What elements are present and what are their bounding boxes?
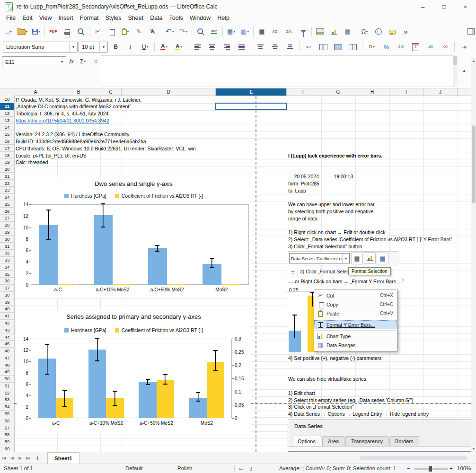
select-all-corner[interactable] <box>0 88 15 96</box>
row-header-33[interactable]: 33 <box>0 257 14 264</box>
row-header-46[interactable]: 46 <box>0 348 14 355</box>
chevron-down-icon[interactable]: ▼ <box>58 57 66 67</box>
menu-data[interactable]: Data <box>147 14 166 22</box>
chevron-down-icon[interactable]: ▼ <box>69 42 77 52</box>
row-header-48[interactable]: 48 <box>0 361 14 368</box>
cut-button[interactable]: ✂ <box>91 25 105 38</box>
row-header-39[interactable]: 39 <box>0 298 14 306</box>
toolbar-overflow-button[interactable]: » <box>399 25 413 38</box>
center-vertically-button[interactable] <box>268 42 282 52</box>
underline-button[interactable]: U▾ <box>138 42 152 52</box>
row-header-38[interactable]: 38 <box>0 292 14 299</box>
function-wizard-button[interactable]: fx <box>66 56 77 66</box>
page-style-indicator[interactable]: Default <box>125 465 142 471</box>
previous-sheet-button[interactable]: ◀ <box>8 456 16 460</box>
row-header-55[interactable]: 55 <box>0 411 14 418</box>
delete-decimal-button[interactable]: .00 <box>438 42 452 52</box>
insert-rows-button[interactable]: ▤▾ <box>224 25 238 38</box>
row-header-17[interactable]: 17 <box>0 145 14 152</box>
merge-cells-button[interactable] <box>331 42 345 52</box>
row-header-60[interactable]: 60 <box>0 446 14 452</box>
dropdown-arrow[interactable]: ▾ <box>172 30 174 34</box>
decrease-indent-button[interactable]: ⇤ <box>472 42 476 52</box>
column-header-F[interactable]: F <box>287 88 321 96</box>
column-header-E[interactable]: E <box>216 88 287 96</box>
row-header-36[interactable]: 36 <box>0 278 14 285</box>
row-header-11[interactable]: 11 <box>0 103 14 110</box>
column-header-B[interactable]: B <box>57 88 100 96</box>
increase-indent-button[interactable]: ⇥ <box>457 42 471 52</box>
dropdown-arrow[interactable]: ▾ <box>180 45 182 49</box>
column-header-D[interactable]: D <box>122 88 216 96</box>
insert-comment-button[interactable] <box>385 25 399 38</box>
vertical-scrollbar-thumb[interactable] <box>472 125 476 203</box>
dropdown-arrow[interactable]: ▾ <box>233 30 235 34</box>
menu-view[interactable]: View <box>36 14 55 22</box>
zoom-in-button[interactable]: + <box>450 465 453 471</box>
menu-window[interactable]: Window <box>186 14 214 22</box>
sheet-indicator[interactable]: Sheet 1 of 1 <box>4 465 33 471</box>
select-function-button[interactable]: Σ▾ <box>78 56 88 66</box>
row-header-21[interactable]: 21 <box>0 173 14 180</box>
dropdown-arrow[interactable]: ▾ <box>147 45 149 49</box>
wrap-text-button[interactable]: ↩ <box>302 42 316 52</box>
save-button[interactable]: ▾ <box>29 25 43 38</box>
find-replace-button[interactable] <box>194 25 207 38</box>
row-header-20[interactable]: 20 <box>0 166 14 173</box>
sort-ascending-button[interactable]: AZ↓ <box>269 25 282 38</box>
align-center-button[interactable] <box>205 42 219 52</box>
row-header-42[interactable]: 42 <box>0 320 14 327</box>
sheet-tab-sheet1[interactable]: Sheet1 <box>47 452 79 464</box>
dropdown-arrow[interactable]: ▾ <box>38 30 40 34</box>
horizontal-scrollbar-thumb[interactable] <box>360 456 467 460</box>
chart-two-series-single-axis[interactable]: Dwo series and single y-axisHardness [GP… <box>17 177 251 298</box>
column-header-H[interactable]: H <box>355 88 389 96</box>
spelling-button[interactable]: abc <box>207 25 221 38</box>
collapse-formula-bar-button[interactable]: ▲ <box>460 67 468 74</box>
row-header-57[interactable]: 57 <box>0 424 14 431</box>
clone-formatting-button[interactable]: ✎ <box>132 25 146 38</box>
zoom-out-button[interactable]: − <box>407 465 410 471</box>
paste-button[interactable]: ▾ <box>118 25 132 38</box>
row-header-10[interactable]: 10 <box>0 96 14 103</box>
row-header-16[interactable]: 16 <box>0 138 14 145</box>
row-header-32[interactable]: 32 <box>0 250 14 257</box>
print-preview-button[interactable] <box>74 25 88 38</box>
clear-formatting-button[interactable]: A <box>146 25 159 38</box>
column-header-G[interactable]: G <box>321 88 355 96</box>
add-sheet-button[interactable]: + <box>32 454 43 462</box>
row-header-18[interactable]: 18 <box>0 152 14 159</box>
row-header-19[interactable]: 19 <box>0 159 14 166</box>
row-header-47[interactable]: 47 <box>0 354 14 361</box>
menu-sheet[interactable]: Sheet <box>124 14 147 22</box>
close-button[interactable]: × <box>455 0 476 13</box>
chevron-down-icon[interactable]: ▼ <box>99 42 107 52</box>
freeze-rows-columns-button[interactable]: ▦ <box>255 25 269 38</box>
format-percent-button[interactable]: % <box>379 42 393 52</box>
row-header-23[interactable]: 23 <box>0 187 14 194</box>
selection-mode-icon[interactable]: ▯ <box>249 466 252 471</box>
dropdown-arrow[interactable]: ▾ <box>26 30 28 34</box>
font-color-button[interactable]: A▾ <box>157 42 171 52</box>
highlight-color-button[interactable]: A▾ <box>172 42 185 52</box>
formula-input-scrollbar[interactable] <box>453 55 458 86</box>
row-header-54[interactable]: 54 <box>0 403 14 411</box>
row-header-14[interactable]: 14 <box>0 124 14 131</box>
next-sheet-button[interactable]: ▶ <box>16 456 24 460</box>
row-header-34[interactable]: 34 <box>0 263 14 271</box>
bold-button[interactable]: B <box>109 42 123 52</box>
insert-hyperlink-button[interactable] <box>371 25 385 38</box>
dropdown-arrow[interactable]: ▾ <box>10 30 12 34</box>
row-header-41[interactable]: 41 <box>0 313 14 320</box>
row-header-30[interactable]: 30 <box>0 236 14 243</box>
dropdown-arrow[interactable]: ▾ <box>127 30 129 34</box>
special-character-button[interactable]: Ω▾ <box>358 25 371 38</box>
italic-button[interactable]: I <box>123 42 137 52</box>
column-header-J[interactable]: J <box>423 88 458 96</box>
row-header-51[interactable]: 51 <box>0 383 14 390</box>
unmerge-cells-button[interactable] <box>346 42 360 52</box>
format-number-button[interactable]: 0.0 <box>394 42 408 52</box>
scroll-down-icon[interactable]: ▼ <box>471 445 476 452</box>
add-decimal-button[interactable]: .00 <box>423 42 437 52</box>
menu-help[interactable]: Help <box>214 14 233 22</box>
